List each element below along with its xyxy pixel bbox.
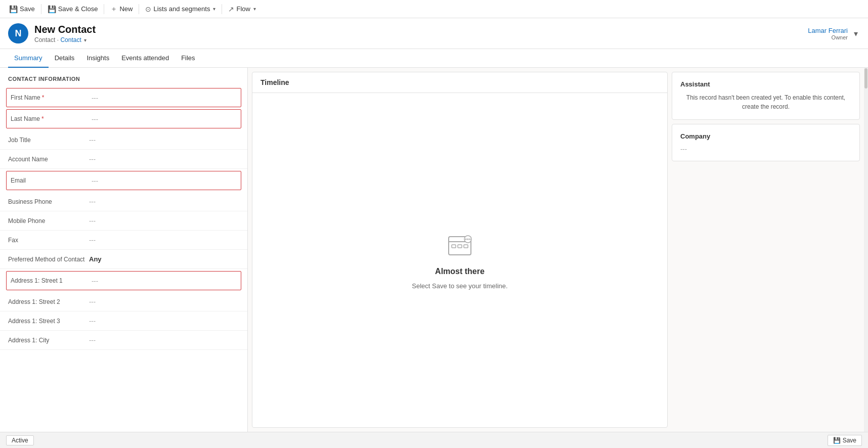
account-name-value: --- [89, 155, 239, 163]
timeline-title: Timeline [252, 72, 667, 93]
bottom-save-icon: 💾 [833, 437, 841, 444]
email-label: Email [11, 177, 92, 184]
first-name-required: * [42, 94, 45, 101]
lists-segments-dropdown-arrow: ▾ [213, 6, 215, 12]
save-button[interactable]: 💾 Save [4, 0, 40, 18]
business-phone-row[interactable]: Business Phone --- [0, 192, 247, 211]
subtitle-link[interactable]: Contact [60, 36, 81, 43]
main-content: CONTACT INFORMATION First Name * --- Las… [0, 68, 868, 432]
svg-rect-3 [458, 245, 462, 248]
company-title: Company [680, 132, 851, 140]
record-header: N New Contact Contact · Contact ▾ Lamar … [0, 18, 868, 49]
svg-rect-2 [452, 245, 456, 248]
lists-segments-icon: ⊙ [145, 5, 151, 13]
address-street2-row[interactable]: Address 1: Street 2 --- [0, 292, 247, 311]
preferred-contact-label: Preferred Method of Contact [8, 256, 89, 263]
address-street3-row[interactable]: Address 1: Street 3 --- [0, 311, 247, 331]
account-name-label: Account Name [8, 156, 89, 163]
scroll-thumb[interactable] [864, 68, 867, 88]
preferred-contact-value: Any [89, 255, 239, 263]
address-city-value: --- [89, 336, 239, 344]
tab-bar: Summary Details Insights Events attended… [0, 49, 868, 68]
record-subtitle: Contact · Contact ▾ [34, 36, 96, 43]
job-title-row[interactable]: Job Title --- [0, 130, 247, 150]
toolbar: 💾 Save 💾 Save & Close ＋ New ⊙ Lists and … [0, 0, 868, 18]
first-name-row[interactable]: First Name * --- [6, 88, 241, 107]
address-street3-label: Address 1: Street 3 [8, 318, 89, 325]
tab-details[interactable]: Details [49, 49, 81, 68]
assistant-title: Assistant [680, 80, 851, 88]
fax-row[interactable]: Fax --- [0, 231, 247, 250]
bottom-save-label: Save [843, 437, 856, 444]
save-icon: 💾 [9, 5, 18, 13]
record-header-right: Lamar Ferrari Owner ▾ [808, 27, 860, 40]
flow-label: Flow [236, 5, 250, 13]
new-icon: ＋ [110, 5, 117, 14]
first-name-label: First Name * [11, 94, 92, 101]
svg-point-6 [467, 239, 469, 240]
scroll-track[interactable] [864, 68, 868, 432]
save-label: Save [20, 5, 35, 13]
last-name-row[interactable]: Last Name * --- [6, 109, 241, 128]
save-close-button[interactable]: 💾 Save & Close [42, 0, 103, 18]
toolbar-separator-2 [104, 4, 104, 14]
contact-info-title: CONTACT INFORMATION [0, 68, 247, 86]
header-expand-button[interactable]: ▾ [852, 27, 860, 40]
mobile-phone-row[interactable]: Mobile Phone --- [0, 211, 247, 231]
last-name-label: Last Name * [11, 115, 92, 122]
account-name-row[interactable]: Account Name --- [0, 150, 247, 169]
job-title-value: --- [89, 136, 239, 144]
flow-dropdown-arrow: ▾ [253, 6, 256, 12]
new-button[interactable]: ＋ New [105, 0, 138, 18]
address-city-row[interactable]: Address 1: City --- [0, 331, 247, 350]
toolbar-separator-4 [222, 4, 222, 14]
record-header-left: N New Contact Contact · Contact ▾ [8, 23, 96, 43]
tab-files[interactable]: Files [175, 49, 201, 68]
company-value: --- [680, 145, 851, 153]
status-badge[interactable]: Active [6, 435, 34, 445]
address-street3-value: --- [89, 317, 239, 325]
right-panel: Assistant This record hasn't been create… [672, 68, 864, 432]
flow-button[interactable]: ↗ Flow ▾ [223, 0, 261, 18]
new-label: New [119, 5, 133, 13]
record-title: New Contact [34, 24, 96, 35]
email-row[interactable]: Email --- [6, 171, 241, 190]
company-card: Company --- [672, 124, 860, 161]
tab-insights[interactable]: Insights [80, 49, 115, 68]
address-street1-row[interactable]: Address 1: Street 1 --- [6, 271, 241, 290]
address-street1-label: Address 1: Street 1 [11, 277, 92, 284]
save-close-label: Save & Close [58, 5, 98, 13]
timeline-panel: Timeline Almost there Select Save to see… [252, 72, 668, 428]
bottom-bar: Active 💾 Save [0, 432, 868, 448]
tab-summary[interactable]: Summary [8, 49, 49, 68]
address-street2-value: --- [89, 298, 239, 305]
record-info: New Contact Contact · Contact ▾ [34, 24, 96, 43]
last-name-required: * [41, 115, 44, 122]
timeline-empty-title: Almost there [435, 267, 485, 276]
subtitle-dropdown-arrow[interactable]: ▾ [84, 37, 86, 43]
subtitle-type: Contact [34, 36, 55, 43]
bottom-save-button[interactable]: 💾 Save [828, 435, 862, 446]
flow-icon: ↗ [228, 5, 234, 13]
toolbar-separator-3 [139, 4, 139, 14]
svg-point-8 [469, 239, 471, 240]
preferred-contact-row[interactable]: Preferred Method of Contact Any [0, 250, 247, 269]
owner-name[interactable]: Lamar Ferrari [808, 27, 848, 34]
toolbar-separator-1 [41, 4, 41, 14]
address-street2-label: Address 1: Street 2 [8, 298, 89, 305]
timeline-empty-icon [445, 231, 475, 261]
fax-label: Fax [8, 237, 89, 244]
left-panel: CONTACT INFORMATION First Name * --- Las… [0, 68, 248, 432]
job-title-label: Job Title [8, 137, 89, 144]
fax-value: --- [89, 236, 239, 244]
record-icon: N [8, 23, 28, 43]
timeline-empty-state: Almost there Select Save to see your tim… [252, 93, 667, 427]
save-close-icon: 💾 [48, 5, 56, 13]
assistant-card: Assistant This record hasn't been create… [672, 72, 860, 120]
owner-role: Owner [808, 34, 848, 40]
lists-segments-button[interactable]: ⊙ Lists and segments ▾ [140, 0, 221, 18]
svg-rect-4 [464, 245, 468, 248]
address-city-label: Address 1: City [8, 337, 89, 344]
tab-events-attended[interactable]: Events attended [115, 49, 175, 68]
lists-segments-label: Lists and segments [153, 5, 210, 13]
